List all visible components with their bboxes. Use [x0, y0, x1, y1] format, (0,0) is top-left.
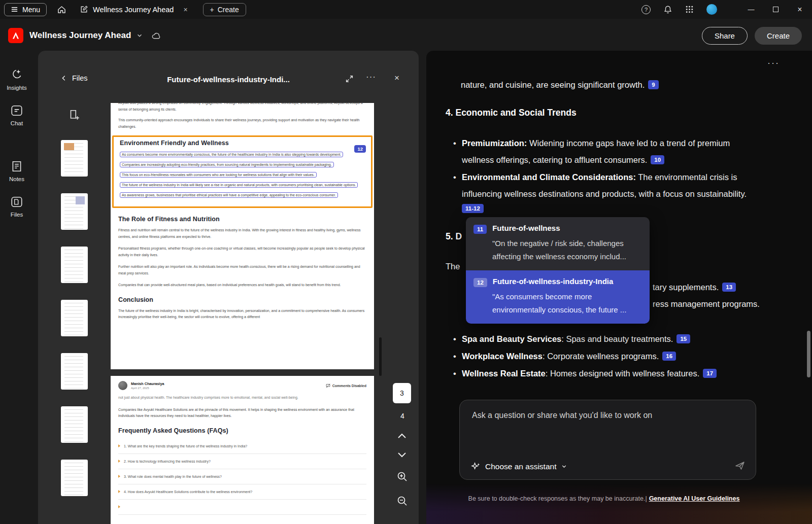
- send-button[interactable]: [734, 460, 746, 471]
- summary-bullet-list: Premiumization: Widening income gaps hav…: [453, 135, 758, 215]
- notifications-button[interactable]: [663, 5, 672, 14]
- title-dropdown-button[interactable]: [136, 32, 143, 39]
- create-button[interactable]: Create: [755, 27, 802, 45]
- doc-paragraph: The future of the wellness industry in I…: [118, 308, 366, 321]
- tab-close-icon[interactable]: ×: [183, 6, 187, 14]
- obscured-paragraph-fragment: The: [446, 262, 460, 271]
- thumbnail-image: [76, 196, 85, 204]
- annotated-sentence: As consumers become more environmentally…: [120, 151, 365, 158]
- user-avatar[interactable]: [706, 4, 717, 15]
- sidebar-item-insights[interactable]: Insights: [7, 68, 27, 91]
- home-icon: [57, 5, 66, 14]
- faq-item[interactable]: 4. How does Avyukt Healthcare Solutions …: [118, 484, 366, 500]
- sidebar-item-files[interactable]: Files: [10, 195, 23, 218]
- panel-scrollbar-thumb[interactable]: [807, 331, 810, 377]
- faq-item[interactable]: [118, 500, 366, 515]
- apps-grid-button[interactable]: [685, 5, 694, 14]
- guidelines-link[interactable]: Generative AI User Guidelines: [649, 495, 740, 502]
- page-thumbnail[interactable]: [61, 353, 88, 390]
- ai-assistant-panel: ··· nature, and cuisine, are seeing sign…: [426, 51, 812, 524]
- menu-button[interactable]: Menu: [4, 3, 47, 16]
- author-row: Manish Chaurasiya April 27, 2025 Comment…: [118, 381, 366, 390]
- minimize-button[interactable]: —: [739, 0, 763, 19]
- back-to-files-button[interactable]: Files: [60, 74, 88, 82]
- assistant-more-button[interactable]: ···: [767, 58, 780, 68]
- chevron-left-icon: [60, 75, 67, 82]
- maximize-button[interactable]: [763, 0, 788, 19]
- add-page-button[interactable]: [67, 109, 81, 122]
- zoom-in-icon: [396, 471, 409, 483]
- viewer-close-button[interactable]: ×: [394, 73, 399, 83]
- faq-item[interactable]: 2. How is technology influencing the wel…: [118, 454, 366, 469]
- home-button[interactable]: [57, 5, 66, 14]
- doc-paragraph: Personalised fitness programs, whether t…: [118, 246, 366, 258]
- expand-icon: [345, 75, 354, 83]
- app-sidebar: Insights Chat Notes Files: [0, 52, 33, 524]
- citation-chip[interactable]: 13: [722, 283, 736, 292]
- app-header: Wellness Journey Ahead Share Create: [0, 19, 812, 52]
- assistant-sparkle-icon: [471, 462, 481, 471]
- acrobat-logo-icon: [8, 28, 23, 43]
- summary-bullet: Wellness Real Estate: Homes designed wit…: [453, 365, 778, 382]
- citation-chip: 11: [473, 225, 487, 234]
- viewer-more-button[interactable]: ···: [366, 72, 376, 82]
- ai-disclaimer: Be sure to double-check responses as the…: [426, 495, 782, 502]
- citation-chip[interactable]: 16: [662, 352, 676, 361]
- pdf-viewer-panel: Files Future-of-wellness-industry-Indi..…: [38, 51, 419, 524]
- citation-source-title: Future-of-wellness: [492, 224, 560, 232]
- doc-paragraph: Fitness and nutrition will remain centra…: [118, 227, 366, 240]
- assistant-chooser[interactable]: Choose an assistant: [471, 462, 567, 471]
- chevron-down-icon: [136, 32, 143, 39]
- window-titlebar: Menu Wellness Journey Ahead × + Create ?…: [0, 0, 812, 19]
- share-button[interactable]: Share: [702, 27, 748, 45]
- page-thumbnail[interactable]: [61, 406, 88, 443]
- summary-section-heading: 4. Economic and Social Trends: [446, 108, 577, 118]
- citation-chip[interactable]: 17: [703, 369, 717, 378]
- highlight-region[interactable]: 12 Environment Friendly and Wellness As …: [112, 135, 373, 208]
- summary-bullet: Premiumization: Widening income gaps hav…: [453, 135, 758, 168]
- cloud-status-icon: [151, 31, 162, 40]
- current-page-indicator[interactable]: 3: [393, 383, 411, 403]
- citation-chip[interactable]: 11-12: [462, 204, 484, 213]
- citation-badge[interactable]: 12: [354, 145, 366, 153]
- page-thumbnail[interactable]: [61, 460, 88, 496]
- sidebar-item-notes[interactable]: Notes: [9, 160, 24, 182]
- faq-item[interactable]: 1. What are the key trends shaping the f…: [118, 439, 366, 454]
- zoom-out-button[interactable]: [396, 495, 409, 507]
- scroll-up-button[interactable]: [396, 432, 409, 439]
- gradient-glow: [426, 483, 812, 524]
- page-thumbnail[interactable]: [61, 140, 88, 177]
- bell-icon: [663, 5, 672, 14]
- page-thumbnail[interactable]: [61, 193, 88, 230]
- menu-label: Menu: [22, 6, 40, 14]
- next-page-number: 4: [393, 412, 412, 420]
- compose-icon: [80, 5, 88, 14]
- doc-paragraph: Companies like Avyukt Healthcare Solutio…: [118, 407, 366, 420]
- summary-bullet: Environmental and Climate Considerations…: [453, 169, 758, 215]
- faq-item[interactable]: 3. What role does mental health play in …: [118, 469, 366, 484]
- comments-disabled-label: Comments Disabled: [326, 383, 366, 388]
- obscured-bullet-fragment: ress management programs.: [653, 299, 760, 309]
- zoom-in-button[interactable]: [396, 471, 409, 483]
- page-thumbnail[interactable]: [61, 247, 88, 283]
- page-thumbnail[interactable]: [61, 300, 88, 336]
- citation-chip[interactable]: 10: [651, 155, 664, 164]
- sidebar-item-chat[interactable]: Chat: [10, 104, 23, 126]
- citation-card[interactable]: 11 Future-of-wellness "On the negative /…: [466, 217, 650, 270]
- prompt-input-card: Choose an assistant: [459, 400, 756, 480]
- new-tab-create-button[interactable]: + Create: [203, 3, 246, 16]
- help-icon[interactable]: ?: [641, 5, 651, 14]
- summary-bullet: Workplace Wellness: Corporate wellness p…: [453, 348, 778, 365]
- citation-chip[interactable]: 9: [648, 80, 658, 89]
- citation-chip[interactable]: 15: [676, 334, 690, 343]
- document-scrollbar-thumb[interactable]: [379, 337, 382, 376]
- citation-card-selected[interactable]: 12 Future-of-wellness-industry-India "As…: [466, 270, 650, 324]
- expand-button[interactable]: [345, 75, 354, 83]
- thumbnail-strip: [56, 101, 92, 524]
- window-close-button[interactable]: ×: [788, 0, 812, 19]
- chevron-down-icon: [561, 463, 567, 470]
- doc-paragraph: Further nutrition will also play an impo…: [118, 264, 366, 276]
- scroll-down-button[interactable]: [396, 451, 409, 459]
- doc-paragraph: Companies that can provide well-structur…: [118, 282, 366, 289]
- document-tab[interactable]: Wellness Journey Ahead ×: [80, 5, 188, 14]
